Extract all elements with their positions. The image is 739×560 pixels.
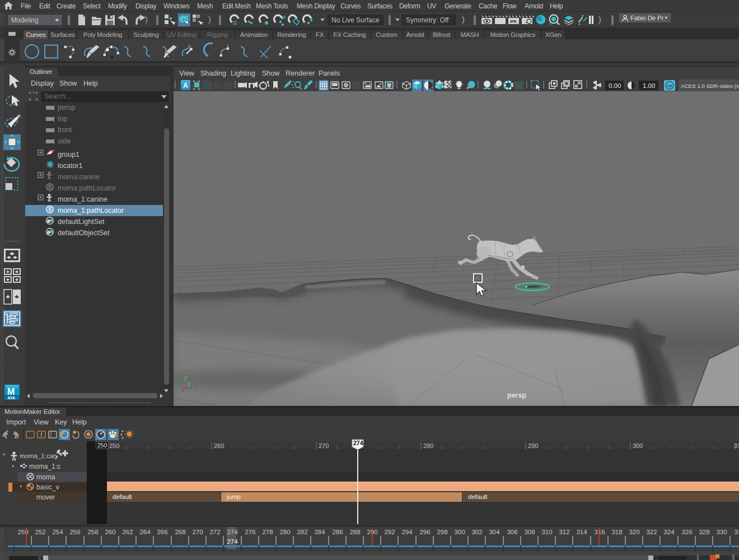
svg-text:z: z — [194, 385, 198, 391]
svg-text:266: 266 — [157, 529, 167, 535]
svg-text:33: 33 — [735, 529, 739, 535]
svg-text:306: 306 — [507, 529, 517, 535]
svg-text:y: y — [184, 374, 188, 381]
svg-text:324: 324 — [663, 529, 675, 535]
svg-text:270: 270 — [192, 529, 203, 535]
svg-text:ACES 1.0 SDR-video (sRGB: ACES 1.0 SDR-video (sRGB — [681, 83, 739, 89]
svg-text:300: 300 — [633, 442, 643, 449]
svg-text:274: 274 — [353, 440, 363, 446]
svg-text:moma_1:can: moma_1:can — [20, 452, 57, 459]
svg-text:262: 262 — [122, 529, 133, 535]
svg-text:basic_v: basic_v — [36, 483, 59, 491]
svg-text:254: 254 — [52, 529, 63, 535]
svg-text:310: 310 — [541, 529, 552, 535]
svg-text:moma_1:pathLocator: moma_1:pathLocator — [58, 207, 124, 214]
svg-text:x: x — [182, 388, 185, 393]
svg-text:272: 272 — [209, 529, 220, 535]
svg-text:persp: persp — [507, 391, 526, 399]
svg-text:274: 274 — [227, 538, 238, 545]
svg-text:298: 298 — [437, 529, 447, 535]
svg-text:318: 318 — [611, 529, 622, 535]
svg-text:M: M — [7, 387, 15, 396]
svg-text:250: 250 — [109, 442, 119, 449]
svg-text:X: X — [549, 22, 552, 26]
svg-text:moma:canine: moma:canine — [58, 173, 100, 181]
svg-text:locator1: locator1 — [58, 162, 83, 170]
svg-text:328: 328 — [699, 529, 709, 535]
svg-text:moma_1:canine: moma_1:canine — [58, 195, 107, 203]
svg-text:IPR: IPR — [510, 20, 517, 24]
svg-text:AYA: AYA — [8, 396, 16, 400]
svg-text:280: 280 — [423, 442, 433, 449]
svg-text:282: 282 — [297, 529, 307, 535]
svg-text:296: 296 — [419, 529, 430, 535]
svg-text:side: side — [58, 137, 71, 145]
svg-text:moma: moma — [36, 473, 55, 481]
svg-text:330: 330 — [716, 529, 727, 535]
svg-text:T: T — [388, 83, 391, 88]
svg-text:mover: mover — [36, 493, 55, 501]
svg-text:258: 258 — [87, 529, 98, 535]
svg-text:264: 264 — [139, 529, 151, 535]
svg-text:294: 294 — [401, 529, 413, 535]
svg-text:0.00: 0.00 — [609, 82, 621, 89]
svg-text:322: 322 — [646, 529, 657, 535]
svg-text:304: 304 — [489, 529, 500, 535]
svg-text:292: 292 — [384, 529, 395, 535]
svg-text:310: 310 — [734, 442, 739, 449]
svg-text:top: top — [58, 115, 67, 123]
svg-text:274: 274 — [227, 529, 238, 535]
svg-text:defaultLightSet: defaultLightSet — [58, 218, 105, 226]
svg-text:ON: ON — [667, 84, 672, 88]
svg-text:moma_1:c: moma_1:c — [29, 463, 60, 470]
svg-text:320: 320 — [629, 529, 639, 535]
svg-text:300: 300 — [454, 529, 465, 535]
svg-text:312: 312 — [559, 529, 569, 535]
svg-text:defaultObjectSet: defaultObjectSet — [58, 229, 110, 237]
svg-text:276: 276 — [245, 529, 255, 535]
svg-text:290: 290 — [528, 442, 538, 449]
svg-text:front: front — [58, 126, 72, 134]
svg-text:270: 270 — [319, 442, 329, 449]
svg-text:256: 256 — [69, 529, 80, 535]
svg-text:moma:pathLocator: moma:pathLocator — [58, 184, 116, 192]
svg-text:302: 302 — [471, 529, 482, 535]
svg-text:260: 260 — [214, 442, 224, 449]
svg-text:278: 278 — [262, 529, 273, 535]
svg-text:288: 288 — [349, 529, 360, 535]
svg-text:A: A — [183, 82, 188, 90]
svg-text:260: 260 — [105, 529, 115, 535]
svg-text:286: 286 — [332, 529, 343, 535]
svg-text:268: 268 — [175, 529, 185, 535]
svg-text:314: 314 — [576, 529, 587, 535]
svg-text:persp: persp — [58, 104, 75, 111]
svg-text:280: 280 — [279, 529, 290, 535]
svg-text:284: 284 — [314, 529, 325, 535]
svg-text:group1: group1 — [58, 151, 79, 158]
svg-text:326: 326 — [681, 529, 692, 535]
svg-text:252: 252 — [35, 529, 45, 535]
svg-text:308: 308 — [524, 529, 535, 535]
svg-text:1.00: 1.00 — [643, 82, 655, 89]
